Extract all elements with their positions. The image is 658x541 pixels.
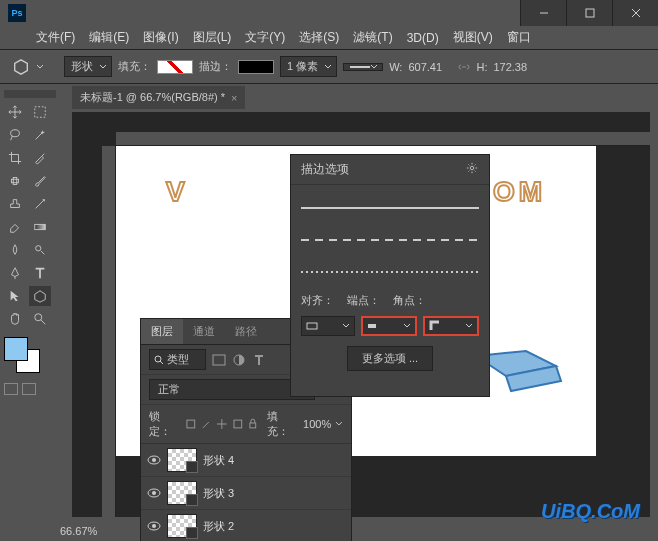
- color-swatches[interactable]: [4, 337, 40, 373]
- stroke-style-dropdown[interactable]: [343, 63, 383, 71]
- corner-dropdown[interactable]: [423, 316, 479, 336]
- minimize-button[interactable]: [520, 0, 566, 26]
- lock-artboard-icon[interactable]: [232, 418, 244, 430]
- foreground-color-swatch[interactable]: [4, 337, 28, 361]
- shape-tool[interactable]: [29, 286, 51, 306]
- menubar: 文件(F) 编辑(E) 图像(I) 图层(L) 文字(Y) 选择(S) 滤镜(T…: [0, 26, 658, 50]
- menu-file[interactable]: 文件(F): [30, 26, 81, 49]
- visibility-icon[interactable]: [147, 519, 161, 533]
- menu-view[interactable]: 视图(V): [447, 26, 499, 49]
- horizontal-ruler[interactable]: [116, 132, 650, 146]
- layer-thumbnail[interactable]: [167, 514, 197, 538]
- stroke-label: 描边：: [199, 59, 232, 74]
- shape-mode-label: 形状: [71, 60, 93, 72]
- height-input[interactable]: [493, 61, 537, 73]
- hand-tool[interactable]: [4, 309, 26, 329]
- lock-pixels-icon[interactable]: [185, 418, 197, 430]
- layer-item[interactable]: 形状 2: [141, 510, 351, 541]
- pen-tool[interactable]: [4, 263, 26, 283]
- layer-filter-dropdown[interactable]: 类型: [149, 349, 206, 370]
- dodge-tool[interactable]: [29, 240, 51, 260]
- zoom-tool[interactable]: [29, 309, 51, 329]
- eyedropper-tool[interactable]: [29, 148, 51, 168]
- type-tool[interactable]: [29, 263, 51, 283]
- lock-paint-icon[interactable]: [201, 418, 213, 430]
- layer-item[interactable]: 形状 3: [141, 477, 351, 510]
- gradient-tool[interactable]: [29, 217, 51, 237]
- marquee-tool[interactable]: [29, 102, 51, 122]
- app-logo: Ps: [8, 4, 26, 22]
- stroke-size-dropdown[interactable]: 1 像素: [280, 56, 337, 77]
- maximize-button[interactable]: [566, 0, 612, 26]
- lock-all-icon[interactable]: [247, 418, 259, 430]
- cap-dropdown[interactable]: [361, 316, 417, 336]
- lock-position-icon[interactable]: [216, 418, 228, 430]
- layer-name[interactable]: 形状 4: [203, 453, 234, 468]
- width-input[interactable]: [408, 61, 452, 73]
- menu-edit[interactable]: 编辑(E): [83, 26, 135, 49]
- visibility-icon[interactable]: [147, 453, 161, 467]
- eraser-tool[interactable]: [4, 217, 26, 237]
- lasso-tool[interactable]: [4, 125, 26, 145]
- document-tab[interactable]: 未标题-1 @ 66.7%(RGB/8#) * ×: [72, 86, 245, 109]
- screenmode-icon[interactable]: [22, 383, 36, 395]
- menu-type[interactable]: 文字(Y): [239, 26, 291, 49]
- stroke-size-value: 1 像素: [287, 60, 318, 72]
- layer-item[interactable]: 形状 4: [141, 444, 351, 477]
- filter-adjust-icon[interactable]: [232, 353, 246, 367]
- layer-thumbnail[interactable]: [167, 481, 197, 505]
- filter-type-icon[interactable]: [252, 353, 266, 367]
- stamp-tool[interactable]: [4, 194, 26, 214]
- stroke-swatch[interactable]: [238, 60, 274, 74]
- fill-swatch[interactable]: [157, 60, 193, 74]
- close-button[interactable]: [612, 0, 658, 26]
- history-brush-tool[interactable]: [29, 194, 51, 214]
- align-dropdown[interactable]: [301, 316, 355, 336]
- fill-opacity-value[interactable]: 100%: [303, 418, 331, 430]
- tab-layers[interactable]: 图层: [141, 319, 183, 344]
- svg-rect-19: [187, 420, 195, 428]
- more-options-button[interactable]: 更多选项 ...: [347, 346, 433, 371]
- chevron-down-icon[interactable]: [36, 63, 44, 71]
- healing-tool[interactable]: [4, 171, 26, 191]
- brush-tool[interactable]: [29, 171, 51, 191]
- zoom-status[interactable]: 66.67%: [60, 525, 97, 537]
- path-select-tool[interactable]: [4, 286, 26, 306]
- link-icon[interactable]: [458, 61, 470, 73]
- filter-image-icon[interactable]: [212, 353, 226, 367]
- svg-rect-21: [250, 423, 256, 428]
- tab-close-icon[interactable]: ×: [231, 92, 237, 104]
- vertical-ruler[interactable]: [102, 146, 116, 517]
- shape-mode-dropdown[interactable]: 形状: [64, 56, 112, 77]
- layer-list: 形状 4 形状 3 形状 2 形状 1 T psahz 拷贝: [141, 444, 351, 541]
- stroke-style-solid[interactable]: [301, 197, 479, 219]
- stroke-style-dashed[interactable]: [301, 229, 479, 251]
- menu-3d[interactable]: 3D(D): [401, 28, 445, 48]
- svg-point-12: [35, 314, 42, 321]
- menu-layer[interactable]: 图层(L): [187, 26, 238, 49]
- move-tool[interactable]: [4, 102, 26, 122]
- gear-icon[interactable]: [465, 161, 479, 175]
- svg-point-13: [470, 166, 474, 170]
- svg-point-6: [11, 130, 20, 137]
- menu-window[interactable]: 窗口: [501, 26, 537, 49]
- tab-channels[interactable]: 通道: [183, 319, 225, 344]
- svg-rect-9: [35, 224, 46, 229]
- menu-select[interactable]: 选择(S): [293, 26, 345, 49]
- quickmask-icon[interactable]: [4, 383, 18, 395]
- stroke-style-dotted[interactable]: [301, 261, 479, 283]
- tab-paths[interactable]: 路径: [225, 319, 267, 344]
- chevron-down-icon[interactable]: [335, 420, 343, 428]
- menu-image[interactable]: 图像(I): [137, 26, 184, 49]
- visibility-icon[interactable]: [147, 486, 161, 500]
- svg-rect-17: [213, 355, 225, 365]
- layer-name[interactable]: 形状 3: [203, 486, 234, 501]
- magic-wand-tool[interactable]: [29, 125, 51, 145]
- align-label: 对齐：: [301, 293, 341, 308]
- layer-name[interactable]: 形状 2: [203, 519, 234, 534]
- crop-tool[interactable]: [4, 148, 26, 168]
- layer-thumbnail[interactable]: [167, 448, 197, 472]
- menu-filter[interactable]: 滤镜(T): [347, 26, 398, 49]
- tools-header[interactable]: [4, 90, 56, 98]
- blur-tool[interactable]: [4, 240, 26, 260]
